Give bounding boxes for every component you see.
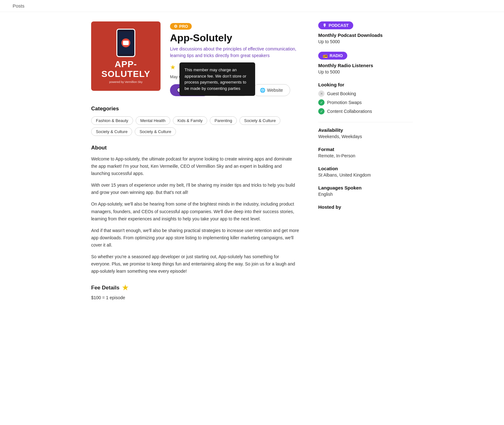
- about-para-3: On App-solutely, we'll also be hearing f…: [91, 201, 299, 222]
- fee-title: Fee Details ★: [91, 284, 299, 292]
- fee-detail: $100 = 1 episode: [91, 295, 299, 300]
- availability-section: Availability Weekends, Weekdays: [318, 127, 413, 139]
- tooltip-overlay: This member may charge an appearance fee…: [179, 62, 255, 96]
- podcast-image-title: APP-SOLUTELY: [102, 60, 150, 79]
- radio-badge: 📻 RADIO: [318, 52, 347, 60]
- languages-title: Languages Spoken: [318, 185, 413, 190]
- tags-row: Fashion & Beauty Mental Health Kids & Fa…: [91, 116, 299, 136]
- radio-section: 📻 RADIO Monthly Radio Listeners Up to 50…: [318, 52, 413, 74]
- pro-badge-icon: ⚙: [174, 24, 178, 29]
- phone-screen: [119, 32, 133, 54]
- location-title: Location: [318, 166, 413, 171]
- fee-star-icon: ★: [122, 284, 128, 292]
- tag-mental-health: Mental Health: [136, 116, 170, 125]
- promotion-swaps-label: Promotion Swaps: [327, 100, 362, 105]
- monthly-podcast-downloads-value: Up to 5000: [318, 39, 413, 44]
- categories-section: Categories Fashion & Beauty Mental Healt…: [91, 106, 299, 136]
- mic-icon: 🎙: [323, 23, 327, 28]
- tooltip-text: This member may charge an appearance fee…: [185, 67, 246, 91]
- profile-header: APP-SOLUTELY powered by Vermillion Sky ⚙…: [91, 21, 299, 96]
- main-layout: APP-SOLUTELY powered by Vermillion Sky ⚙…: [91, 21, 413, 300]
- guest-booking-label: Guest Booking: [327, 91, 356, 96]
- radio-icon: 📻: [323, 53, 328, 58]
- about-para-2: With over 15 years of experience under m…: [91, 182, 299, 196]
- monthly-podcast-downloads-title: Monthly Podcast Downloads: [318, 32, 413, 38]
- hosted-by-section: Hosted by: [318, 204, 413, 210]
- tag-fashion-beauty: Fashion & Beauty: [91, 116, 133, 125]
- pro-badge: ⚙ PRO: [170, 23, 192, 30]
- about-para-1: Welcome to App-solutely, the ultimate po…: [91, 155, 299, 177]
- profile-name: App-Solutely: [170, 32, 299, 44]
- tag-kids-family: Kids & Family: [173, 116, 207, 125]
- globe-icon: 🌐: [260, 88, 265, 93]
- location-section: Location St Albans, United Kingdom: [318, 166, 413, 178]
- looking-for-content-collaborations: ✓ Content Collaborations: [318, 108, 413, 114]
- podcast-image-sub: powered by Vermillion Sky: [102, 80, 150, 84]
- about-section: About Welcome to App-solutely, the ultim…: [91, 145, 299, 275]
- hosted-by-title: Hosted by: [318, 204, 413, 210]
- tag-society-culture-1: Society & Culture: [239, 116, 280, 125]
- about-title: About: [91, 145, 299, 151]
- profile-tagline: Live discussions about the principles of…: [170, 46, 299, 59]
- format-section: Format Remote, In-Person: [318, 147, 413, 158]
- fee-section: Fee Details ★ $100 = 1 episode: [91, 284, 299, 300]
- podcast-section: 🎙 PODCAST Monthly Podcast Downloads Up t…: [318, 21, 413, 44]
- right-column: 🎙 PODCAST Monthly Podcast Downloads Up t…: [318, 21, 413, 300]
- top-nav: Posts: [0, 0, 504, 12]
- categories-title: Categories: [91, 106, 299, 112]
- website-button[interactable]: 🌐 Website: [253, 84, 290, 96]
- format-value: Remote, In-Person: [318, 153, 413, 158]
- left-column: APP-SOLUTELY powered by Vermillion Sky ⚙…: [91, 21, 299, 300]
- website-label: Website: [267, 88, 283, 93]
- looking-for-promotion-swaps: ✓ Promotion Swaps: [318, 99, 413, 106]
- podcast-badge: 🎙 PODCAST: [318, 21, 353, 29]
- tag-society-culture-2: Society & Culture: [91, 127, 132, 136]
- format-title: Format: [318, 147, 413, 152]
- tag-society-culture-3: Society & Culture: [135, 127, 176, 136]
- podcast-badge-label: PODCAST: [329, 23, 349, 28]
- podcast-image: APP-SOLUTELY powered by Vermillion Sky: [91, 21, 161, 91]
- phone-icon: [116, 29, 135, 57]
- posts-nav-link[interactable]: Posts: [13, 3, 25, 9]
- location-value: St Albans, United Kingdom: [318, 172, 413, 178]
- available-icon-content: ✓: [318, 108, 325, 114]
- languages-section: Languages Spoken English: [318, 185, 413, 197]
- fee-title-text: Fee Details: [91, 285, 120, 291]
- monthly-radio-listeners-value: Up to 5000: [318, 69, 413, 74]
- star-icon: ★: [170, 64, 176, 71]
- monthly-radio-listeners-title: Monthly Radio Listeners: [318, 63, 413, 68]
- page-container: APP-SOLUTELY powered by Vermillion Sky ⚙…: [79, 12, 425, 310]
- podcast-image-inner: APP-SOLUTELY powered by Vermillion Sky: [102, 29, 150, 84]
- about-para-4: And if that wasn't enough, we'll also be…: [91, 227, 299, 249]
- divider-1: [318, 122, 413, 122]
- content-collaborations-label: Content Collaborations: [327, 109, 372, 114]
- availability-title: Availability: [318, 127, 413, 133]
- unavailable-icon-guest: ✕: [318, 90, 325, 97]
- looking-for-guest-booking: ✕ Guest Booking: [318, 90, 413, 97]
- robot-face: [123, 41, 129, 45]
- tag-parenting: Parenting: [210, 116, 237, 125]
- languages-value: English: [318, 192, 413, 197]
- availability-value: Weekends, Weekdays: [318, 134, 413, 139]
- looking-for-title: Looking for: [318, 82, 413, 87]
- radio-badge-label: RADIO: [330, 53, 343, 58]
- looking-for-section: Looking for ✕ Guest Booking ✓ Promotion …: [318, 82, 413, 114]
- phone-robot: [121, 38, 130, 47]
- available-icon-promotion: ✓: [318, 99, 325, 106]
- about-para-5: So whether you're a seasoned app develop…: [91, 253, 299, 275]
- pro-badge-label: PRO: [179, 24, 188, 29]
